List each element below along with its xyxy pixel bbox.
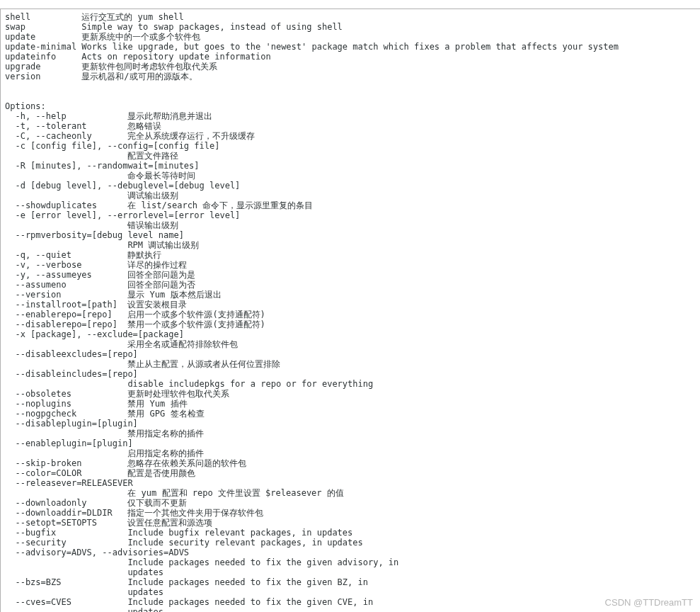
terminal-output: shell 运行交互式的 yum shell swap Simple way t… (0, 8, 700, 612)
watermark-text: CSDN @TTDreamTT (605, 597, 693, 608)
